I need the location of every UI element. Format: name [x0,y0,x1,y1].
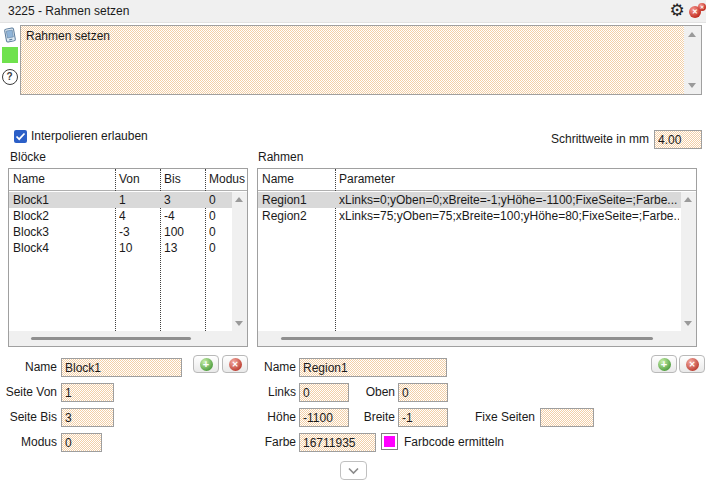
scroll-up-icon[interactable] [684,197,692,202]
frames-horizontal-scrollbar[interactable] [258,331,696,346]
table-cell: 100 [164,224,206,240]
fixe-seiten-label: Fixe Seiten [455,408,535,427]
oben-label: Oben [350,383,395,402]
table-cell: xLinks=75;yOben=75;xBreite=100;yHöhe=80;… [339,208,679,224]
table-cell: 10 [119,240,161,256]
dialog-window: 3225 - Rahmen setzen Rahmen setzen Inter… [0,0,706,490]
blocks-table: Name Von Bis Modus Block1130Block24-40Bl… [8,168,248,347]
table-row[interactable]: Block24-40 [9,208,232,224]
x-icon [229,358,242,371]
table-cell: 4 [119,208,161,224]
table-row[interactable]: Region2xLinks=75;yOben=75;xBreite=100;yH… [258,208,681,224]
frames-section-label: Rahmen [258,148,303,167]
red-x-small-icon [698,3,706,11]
modus-label: Modus [0,433,57,452]
blocks-section-label: Blöcke [10,148,46,167]
table-cell: Block1 [13,192,113,208]
table-cell: Block4 [13,240,113,256]
modus-input[interactable] [61,433,102,452]
step-width-input[interactable] [654,130,702,149]
table-row[interactable]: Block3-31000 [9,224,232,240]
chevron-down-icon [347,467,360,475]
table-cell: xLinks=0;yOben=0;xBreite=-1;yHöhe=-1100;… [339,192,679,208]
fixe-seiten-input[interactable] [540,408,594,427]
table-cell: 13 [164,240,206,256]
column-header[interactable]: Name [13,169,45,190]
farbe-input[interactable] [299,433,376,452]
seite-bis-label: Seite Bis [0,408,57,427]
table-row[interactable]: Region1xLinks=0;yOben=0;xBreite=-1;yHöhe… [258,192,681,208]
scrollbar-thumb[interactable] [31,337,191,340]
color-swatch[interactable] [381,433,398,450]
blocks-table-header: Name Von Bis Modus [9,169,247,191]
column-header[interactable]: Bis [164,169,181,190]
region-add-button[interactable] [651,355,677,373]
breite-label: Breite [350,408,395,427]
scroll-down-icon[interactable] [688,83,696,88]
table-cell: -3 [119,224,161,240]
farbcode-label[interactable]: Farbcode ermitteln [404,433,504,452]
seite-bis-input[interactable] [61,408,114,427]
description-scrollbar[interactable] [684,26,701,94]
table-cell: -4 [164,208,206,224]
scroll-up-icon[interactable] [235,197,243,202]
titlebar: 3225 - Rahmen setzen [0,0,706,23]
plus-icon [658,358,671,371]
block-delete-button[interactable] [222,355,248,373]
region-name-input[interactable] [299,358,447,377]
block-add-button[interactable] [193,355,219,373]
help-icon[interactable] [2,69,18,85]
scroll-down-icon[interactable] [235,321,243,326]
frames-table-body: Region1xLinks=0;yOben=0;xBreite=-1;yHöhe… [258,192,696,331]
table-cell: Region2 [262,208,333,224]
block-name-label: Name [0,358,57,377]
collapse-chevron-button[interactable] [340,461,367,480]
table-cell: 0 [209,224,231,240]
table-row[interactable]: Block410130 [9,240,232,256]
column-header[interactable]: Von [119,169,140,190]
plus-icon [200,358,213,371]
hoehe-input[interactable] [299,408,349,427]
blocks-vertical-scrollbar[interactable] [232,192,247,331]
scrollbar-thumb[interactable] [281,337,653,340]
description-panel: Rahmen setzen [20,25,702,95]
interpolate-label: Interpolieren erlauben [31,127,148,146]
table-cell: 1 [119,192,161,208]
hoehe-label: Höhe [250,408,296,427]
x-icon [686,358,699,371]
column-header[interactable]: Parameter [339,169,395,190]
table-cell: 0 [209,208,231,224]
scroll-up-icon[interactable] [688,32,696,37]
table-cell: Region1 [262,192,333,208]
window-title: 3225 - Rahmen setzen [8,0,129,22]
table-cell: Block2 [13,208,113,224]
seite-von-label: Seite Von [0,383,57,402]
column-header[interactable]: Modus [209,169,245,190]
seite-von-input[interactable] [61,383,114,402]
links-input[interactable] [299,383,349,402]
oben-input[interactable] [398,383,448,402]
links-label: Links [250,383,296,402]
interpolate-checkbox[interactable] [14,130,27,143]
breite-input[interactable] [398,408,448,427]
region-name-label: Name [250,358,296,377]
step-width-label: Schrittweite in mm [535,130,649,149]
status-green-square [2,47,18,63]
settings-gear-icon[interactable] [668,2,686,20]
block-name-input[interactable] [61,358,182,377]
table-cell: 0 [209,240,231,256]
frames-table-header: Name Parameter [258,169,696,191]
table-row[interactable]: Block1130 [9,192,232,208]
frames-vertical-scrollbar[interactable] [681,192,696,331]
device-note-icon [2,27,18,43]
table-cell: 0 [209,192,231,208]
blocks-horizontal-scrollbar[interactable] [9,331,247,346]
farbe-label: Farbe [250,433,296,452]
table-cell: 3 [164,192,206,208]
description-text: Rahmen setzen [26,29,110,44]
scroll-down-icon[interactable] [684,321,692,326]
region-delete-button[interactable] [679,355,705,373]
blocks-table-body: Block1130Block24-40Block3-31000Block4101… [9,192,247,331]
column-header[interactable]: Name [262,169,294,190]
cancel-close-icon[interactable] [688,2,706,20]
